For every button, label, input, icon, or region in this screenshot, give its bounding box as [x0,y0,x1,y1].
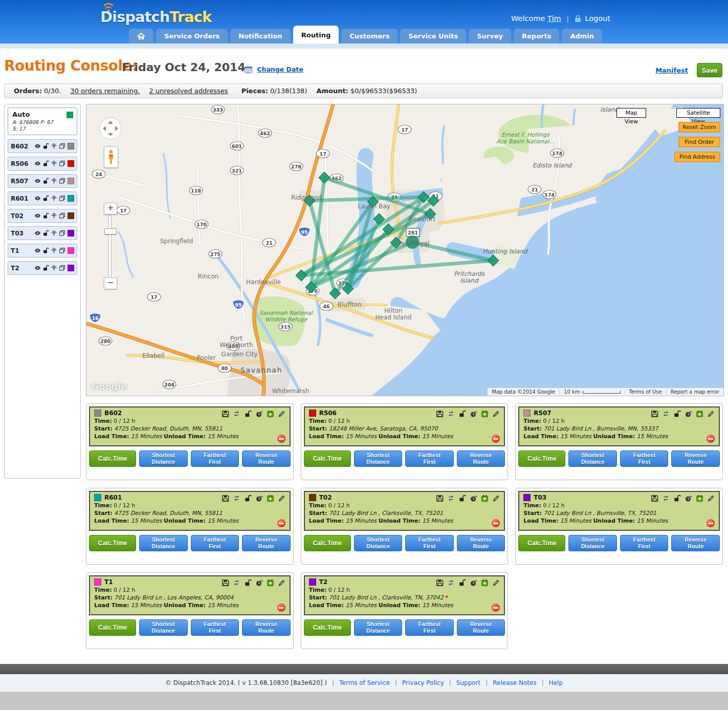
unlock-icon[interactable] [673,410,681,418]
calendar-add-icon[interactable] [481,494,489,502]
tab-routing[interactable]: Routing [293,26,339,44]
calendar-add-icon[interactable] [696,410,703,418]
sidebar-truck-row[interactable]: R506 [8,157,77,170]
unlock-icon[interactable] [673,494,681,502]
calendar-add-icon[interactable] [481,410,489,418]
duplicate-window-icon[interactable] [59,247,65,254]
reverse-route-button[interactable]: ReverseRoute [457,619,505,636]
sidebar-truck-row[interactable]: B602 [8,139,77,153]
sidebar-truck-row[interactable]: T03 [8,226,77,240]
calc-time-button[interactable]: Calc.Time [89,535,136,551]
duplicate-window-icon[interactable] [59,143,65,149]
shortest-distance-button[interactable]: ShortestDistance [354,450,403,467]
save-icon[interactable] [222,494,229,502]
swap-icon[interactable] [233,410,240,418]
duplicate-window-icon[interactable] [59,160,65,167]
swap-icon[interactable] [447,410,455,418]
footer-link-terms-of-service[interactable]: Terms of Service [339,679,390,686]
calendar-add-icon[interactable] [696,494,703,502]
swap-icon[interactable] [447,579,455,587]
calendar-add-icon[interactable] [481,579,489,587]
calendar-add-icon[interactable] [267,410,274,418]
time-lock-icon[interactable] [470,410,477,418]
zoom-slider-track[interactable] [108,215,112,278]
logout-link[interactable]: Logout [585,14,610,23]
visibility-icon[interactable] [34,178,41,184]
edit-icon[interactable] [492,494,500,502]
remove-truck-button[interactable] [277,604,285,612]
zoom-in-button[interactable]: + [104,203,117,214]
unlock-icon[interactable] [244,579,252,587]
duplicate-window-icon[interactable] [59,212,65,219]
calc-time-button[interactable]: Calc.Time [304,535,351,551]
unlock-icon[interactable] [458,410,466,418]
farthest-first-button[interactable]: FarthestFirst [620,535,669,551]
save-icon[interactable] [436,579,444,587]
find-order-button[interactable]: Find Order [678,137,720,147]
map-pan-control[interactable] [99,117,122,142]
unlock-icon[interactable] [42,212,49,219]
time-lock-icon[interactable] [255,494,263,502]
remove-truck-button[interactable] [492,435,500,443]
calc-time-button[interactable]: Calc.Time [89,450,136,467]
visibility-icon[interactable] [34,265,41,271]
change-date-link[interactable]: Change Date [257,66,303,73]
reverse-route-button[interactable]: ReverseRoute [242,619,291,636]
start-home-icon[interactable] [51,265,57,271]
reverse-route-button[interactable]: ReverseRoute [457,450,505,467]
save-icon[interactable] [651,410,658,418]
time-lock-icon[interactable] [470,579,477,587]
swap-icon[interactable] [662,410,670,418]
unlock-icon[interactable] [458,494,466,502]
save-icon[interactable] [222,410,229,418]
save-icon[interactable] [436,494,444,502]
save-icon[interactable] [651,494,658,502]
farthest-first-button[interactable]: FarthestFirst [405,450,454,467]
unlock-icon[interactable] [244,410,252,418]
start-home-icon[interactable] [51,247,57,254]
remove-truck-button[interactable] [492,519,500,527]
save-icon[interactable] [222,579,229,587]
unlock-icon[interactable] [42,265,49,271]
calc-time-button[interactable]: Calc.Time [518,450,565,467]
calc-time-button[interactable]: Calc.Time [89,619,136,636]
reverse-route-button[interactable]: ReverseRoute [457,535,505,551]
reverse-route-button[interactable]: ReverseRoute [671,535,720,551]
reverse-route-button[interactable]: ReverseRoute [242,450,291,467]
duplicate-window-icon[interactable] [59,195,65,202]
remove-truck-button[interactable] [277,519,285,527]
edit-icon[interactable] [492,410,500,418]
pegman-control[interactable] [104,146,118,168]
unlock-icon[interactable] [42,195,49,202]
calc-time-button[interactable]: Calc.Time [304,450,351,467]
sidebar-truck-row[interactable]: T02 [8,209,77,223]
calc-time-button[interactable]: Calc.Time [304,619,351,636]
reverse-route-button[interactable]: ReverseRoute [242,535,291,551]
calendar-add-icon[interactable] [267,494,274,502]
visibility-icon[interactable] [34,195,41,202]
calendar-add-icon[interactable] [267,579,274,587]
visibility-icon[interactable] [34,230,41,236]
edit-icon[interactable] [278,410,285,418]
save-icon[interactable] [436,410,444,418]
unlock-icon[interactable] [244,494,252,502]
tab-reports[interactable]: Reports [514,29,559,44]
time-lock-icon[interactable] [255,410,263,418]
edit-icon[interactable] [707,410,715,418]
farthest-first-button[interactable]: FarthestFirst [405,535,454,551]
start-home-icon[interactable] [51,143,57,149]
unlock-icon[interactable] [42,230,49,236]
zoom-slider-handle[interactable] [104,228,117,234]
reset-zoom-button[interactable]: Reset Zoom [678,122,720,133]
orders-remaining-link[interactable]: 30 orders remaining. [70,87,140,95]
visibility-icon[interactable] [34,143,41,149]
footer-link-help[interactable]: Help [549,679,563,686]
report-map-error-link[interactable]: Report a map error [671,389,719,395]
tab-notification[interactable]: Notification [230,29,290,44]
farthest-first-button[interactable]: FarthestFirst [191,450,239,467]
sidebar-truck-row[interactable]: R601 [8,191,77,205]
start-home-icon[interactable] [51,230,57,236]
remove-truck-button[interactable] [707,435,715,443]
edit-icon[interactable] [707,494,715,502]
tab-customers[interactable]: Customers [341,29,398,44]
